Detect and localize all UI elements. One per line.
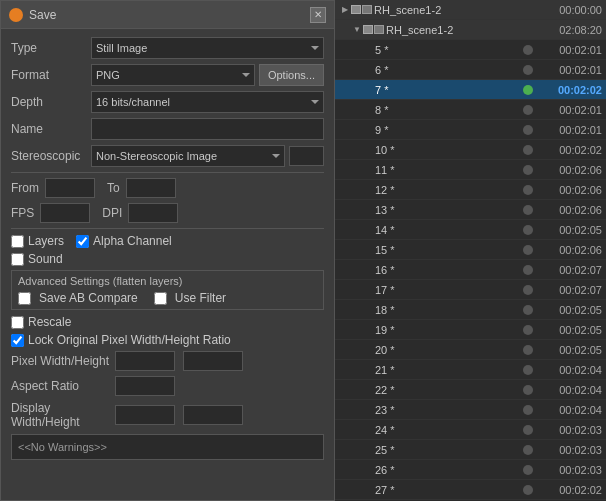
timeline-row[interactable]: ▶RH_scene1-200:00:00	[335, 0, 606, 20]
rescale-checkbox[interactable]	[11, 316, 24, 329]
stereo-num-input[interactable]: 2	[289, 146, 324, 166]
timeline-panel: ▶RH_scene1-200:00:00▼RH_scene1-202:08:20…	[335, 0, 606, 501]
timeline-row[interactable]: 12 *00:02:06	[335, 180, 606, 200]
pixel-wh-row: Pixel Width/Height 1920 1080	[11, 351, 324, 371]
close-button[interactable]: ✕	[310, 7, 326, 23]
format-select[interactable]: PNG	[91, 64, 255, 86]
pixel-height-input[interactable]: 1080	[183, 351, 243, 371]
depth-label: Depth	[11, 95, 91, 109]
lock-ratio-label[interactable]: Lock Original Pixel Width/Height Ratio	[28, 333, 231, 347]
timecode: 00:02:05	[537, 224, 602, 236]
status-dot	[523, 165, 533, 175]
expand-icon	[363, 464, 375, 476]
depth-select[interactable]: 16 bits/channel	[91, 91, 324, 113]
status-dot	[523, 365, 533, 375]
timeline-row[interactable]: 17 *00:02:07	[335, 280, 606, 300]
timeline-row[interactable]: 23 *00:02:04	[335, 400, 606, 420]
name-input[interactable]: Name0000.TIF	[91, 118, 324, 140]
timeline-row[interactable]: 9 *00:02:01	[335, 120, 606, 140]
type-select[interactable]: Still Image	[91, 37, 324, 59]
timeline-row[interactable]: 20 *00:02:05	[335, 340, 606, 360]
timeline-row[interactable]: 18 *00:02:05	[335, 300, 606, 320]
timeline-row[interactable]: 22 *00:02:04	[335, 380, 606, 400]
display-width-input[interactable]: 1920	[115, 405, 175, 425]
from-to-row: From 5 To 81	[11, 178, 324, 198]
timecode: 00:02:02	[537, 144, 602, 156]
save-ab-checkbox[interactable]	[18, 292, 31, 305]
status-dot	[523, 25, 533, 35]
timeline-row[interactable]: 7 *00:02:02	[335, 80, 606, 100]
layer-name: 21 *	[375, 364, 519, 376]
layers-checkbox[interactable]	[11, 235, 24, 248]
lock-ratio-checkbox[interactable]	[11, 334, 24, 347]
timecode: 00:02:02	[537, 484, 602, 496]
name-row: Name Name0000.TIF	[11, 118, 324, 140]
timecode: 00:02:06	[537, 244, 602, 256]
timeline-row[interactable]: 24 *00:02:03	[335, 420, 606, 440]
layer-name: 9 *	[375, 124, 519, 136]
layer-name: 22 *	[375, 384, 519, 396]
sound-checkbox[interactable]	[11, 253, 24, 266]
expand-icon	[363, 324, 375, 336]
layers-label[interactable]: Layers	[28, 234, 64, 248]
timecode: 00:02:04	[537, 384, 602, 396]
timeline-row[interactable]: ▼RH_scene1-202:08:20	[335, 20, 606, 40]
dialog-titlebar: Save ✕	[1, 1, 334, 29]
timeline-row[interactable]: 13 *00:02:06	[335, 200, 606, 220]
status-dot	[523, 285, 533, 295]
layer-name: 15 *	[375, 244, 519, 256]
alpha-checkbox[interactable]	[76, 235, 89, 248]
expand-icon	[363, 404, 375, 416]
timeline-row[interactable]: 21 *00:02:04	[335, 360, 606, 380]
layer-name: 25 *	[375, 444, 519, 456]
timeline-row[interactable]: 15 *00:02:06	[335, 240, 606, 260]
pixel-width-input[interactable]: 1920	[115, 351, 175, 371]
layer-name: 17 *	[375, 284, 519, 296]
layer-name: 16 *	[375, 264, 519, 276]
status-dot	[523, 485, 533, 495]
dpi-input[interactable]: 72	[128, 203, 178, 223]
timeline-row[interactable]: 16 *00:02:07	[335, 260, 606, 280]
use-filter-label[interactable]: Use Filter	[175, 291, 226, 305]
file-icon	[363, 25, 384, 34]
fps-input[interactable]: 24	[40, 203, 90, 223]
alpha-label[interactable]: Alpha Channel	[93, 234, 172, 248]
timeline-row[interactable]: 27 *00:02:02	[335, 480, 606, 500]
aspect-input[interactable]: 1	[115, 376, 175, 396]
timeline-row[interactable]: 25 *00:02:03	[335, 440, 606, 460]
timeline-row[interactable]: 10 *00:02:02	[335, 140, 606, 160]
timeline-row[interactable]: 5 *00:02:01	[335, 40, 606, 60]
timeline-row[interactable]: 6 *00:02:01	[335, 60, 606, 80]
sound-label[interactable]: Sound	[28, 252, 63, 266]
save-ab-label[interactable]: Save AB Compare	[39, 291, 138, 305]
status-dot	[523, 245, 533, 255]
rescale-label[interactable]: Rescale	[28, 315, 71, 329]
to-input[interactable]: 81	[126, 178, 176, 198]
expand-icon	[363, 304, 375, 316]
timeline-row[interactable]: 11 *00:02:06	[335, 160, 606, 180]
layer-name: 24 *	[375, 424, 519, 436]
expand-icon[interactable]: ▶	[339, 4, 351, 16]
use-filter-checkbox[interactable]	[154, 292, 167, 305]
stereo-label: Stereoscopic	[11, 149, 91, 163]
from-input[interactable]: 5	[45, 178, 95, 198]
stereo-row: Stereoscopic Non-Stereoscopic Image 2	[11, 145, 324, 167]
expand-icon	[363, 124, 375, 136]
expand-icon	[363, 164, 375, 176]
expand-icon[interactable]: ▼	[351, 24, 363, 36]
rescale-row: Rescale	[11, 315, 324, 329]
timeline-row[interactable]: 19 *00:02:05	[335, 320, 606, 340]
timeline-row[interactable]: 26 *00:02:03	[335, 460, 606, 480]
pixel-wh-label: Pixel Width/Height	[11, 354, 111, 368]
timeline-row[interactable]: 8 *00:02:01	[335, 100, 606, 120]
timeline-row[interactable]: 14 *00:02:05	[335, 220, 606, 240]
expand-icon	[363, 204, 375, 216]
aspect-row: Aspect Ratio 1	[11, 376, 324, 396]
stereo-select[interactable]: Non-Stereoscopic Image	[91, 145, 285, 167]
layer-name: 7 *	[375, 84, 519, 96]
display-height-input[interactable]: 1080	[183, 405, 243, 425]
warnings-box: <<No Warnings>>	[11, 434, 324, 460]
status-dot	[523, 325, 533, 335]
options-button[interactable]: Options...	[259, 64, 324, 86]
name-label: Name	[11, 122, 91, 136]
